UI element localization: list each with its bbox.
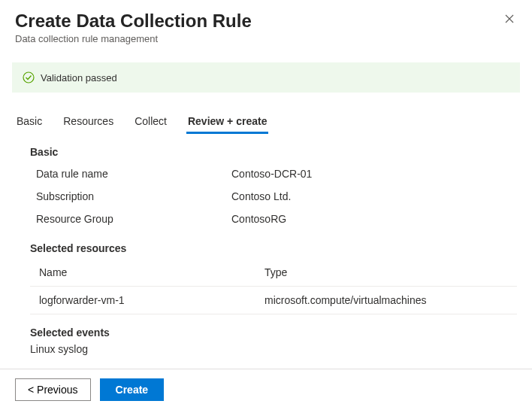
event-linux-syslog: Linux syslog: [30, 343, 517, 355]
section-selected-resources-heading: Selected resources: [30, 242, 517, 254]
column-type-header: Type: [255, 259, 517, 286]
resource-type-cell: microsoft.compute/virtualmachines: [255, 287, 517, 314]
resource-group-label: Resource Group: [36, 213, 231, 225]
svg-point-0: [23, 72, 34, 83]
tab-resources[interactable]: Resources: [62, 111, 115, 134]
column-name-header: Name: [30, 259, 255, 286]
tab-review-create[interactable]: Review + create: [186, 111, 268, 134]
close-icon[interactable]: [502, 11, 517, 29]
validation-message: Validation passed: [41, 72, 117, 84]
page-subtitle: Data collection rule management: [15, 33, 517, 44]
resource-name-cell: logforwarder-vm-1: [30, 287, 255, 314]
validation-banner: Validation passed: [12, 62, 520, 93]
tabs: Basic Resources Collect Review + create: [15, 111, 517, 134]
table-row: logforwarder-vm-1 microsoft.compute/virt…: [30, 287, 517, 314]
resource-group-value: ContosoRG: [231, 213, 286, 225]
tab-basic[interactable]: Basic: [15, 111, 44, 134]
previous-button[interactable]: < Previous: [15, 378, 91, 401]
section-selected-events-heading: Selected events: [30, 326, 517, 339]
footer: < Previous Create: [0, 369, 532, 410]
check-circle-icon: [23, 71, 35, 84]
tab-collect[interactable]: Collect: [133, 111, 168, 134]
create-button[interactable]: Create: [100, 378, 165, 401]
page-title: Create Data Collection Rule: [15, 11, 252, 32]
section-basic-heading: Basic: [30, 146, 517, 158]
subscription-value: Contoso Ltd.: [231, 190, 291, 202]
data-rule-name-value: Contoso-DCR-01: [231, 168, 312, 180]
data-rule-name-label: Data rule name: [36, 168, 231, 180]
subscription-label: Subscription: [36, 190, 231, 202]
table-header: Name Type: [30, 259, 517, 287]
